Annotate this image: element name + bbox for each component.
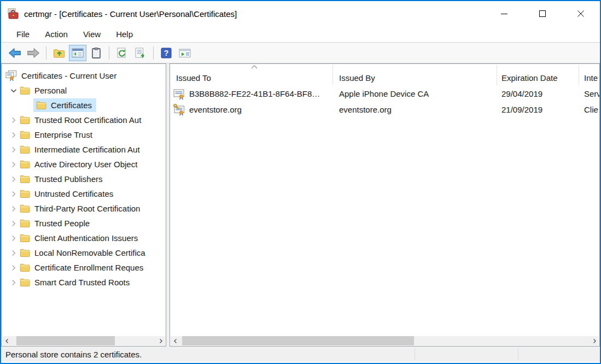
list-horizontal-scrollbar[interactable] — [171, 336, 599, 345]
refresh-icon — [115, 46, 129, 60]
status-text: Personal store contains 2 certificates. — [5, 350, 142, 359]
folder-icon — [19, 247, 31, 259]
chevron-right-icon[interactable] — [8, 262, 19, 273]
tree-item-label: Trusted Root Certification Aut — [34, 115, 141, 125]
show-console-tree-button[interactable] — [69, 45, 86, 61]
scroll-right-icon[interactable] — [156, 336, 165, 345]
help-icon: ? — [160, 46, 173, 60]
chevron-down-icon[interactable] — [8, 85, 19, 96]
up-one-level-button[interactable] — [50, 45, 68, 61]
forward-icon — [26, 46, 40, 60]
tree-item-label: Smart Card Trusted Roots — [34, 278, 130, 287]
tree-item-enterprise-trust[interactable]: Enterprise Trust — [2, 127, 166, 142]
tree-item-label: Personal — [34, 86, 67, 95]
chevron-right-icon[interactable] — [8, 130, 19, 140]
column-separator[interactable] — [579, 65, 579, 85]
toolbar-separator — [46, 46, 46, 60]
column-separator[interactable] — [332, 65, 333, 85]
scrollbar-thumb[interactable] — [182, 336, 414, 345]
tree-item-untrusted-certificates[interactable]: Untrusted Certificates — [2, 186, 166, 201]
tree-item-label: Certificate Enrollment Reques — [34, 263, 143, 272]
folder-icon — [19, 188, 31, 199]
tree-horizontal-scrollbar[interactable] — [2, 336, 165, 345]
chevron-right-icon[interactable] — [8, 115, 19, 126]
intended-purposes-value: Clie — [579, 105, 600, 114]
tree-item-ad-user-object[interactable]: Active Directory User Object — [2, 157, 166, 172]
tree-item-trusted-publishers[interactable]: Trusted Publishers — [2, 172, 166, 186]
help-button[interactable]: ? — [157, 45, 175, 61]
tree-item-smart-card-trusted-roots[interactable]: Smart Card Trusted Roots — [2, 275, 166, 290]
show-action-pane-button[interactable] — [176, 45, 194, 61]
folder-icon — [19, 158, 31, 170]
certificate-row[interactable]: B3B8B882-FE22-41B1-8F64-BF8… Apple iPhon… — [170, 86, 599, 102]
menu-help[interactable]: Help — [109, 27, 139, 41]
minimize-icon — [500, 10, 508, 17]
tree-item-local-nonremovable[interactable]: Local NonRemovable Certifica — [2, 245, 166, 260]
certificate-tree: Certificates - Current User Personal Cer… — [2, 64, 166, 290]
tree-item-trusted-people[interactable]: Trusted People — [2, 216, 166, 231]
tree-item-client-auth-issuers[interactable]: Client Authentication Issuers — [2, 231, 166, 245]
chevron-right-icon[interactable] — [8, 203, 19, 214]
tree-item-third-party-root[interactable]: Third-Party Root Certification — [2, 201, 166, 216]
column-separator[interactable] — [497, 65, 497, 85]
chevron-right-icon[interactable] — [8, 144, 19, 155]
tree-item-label: Third-Party Root Certification — [34, 204, 140, 213]
chevron-right-icon[interactable] — [8, 277, 19, 288]
certificate-icon — [173, 87, 186, 101]
copy-button[interactable] — [87, 45, 105, 61]
svg-text:?: ? — [164, 49, 169, 57]
tree-item-cert-enrollment-requests[interactable]: Certificate Enrollment Reques — [2, 260, 166, 275]
menu-action[interactable]: Action — [38, 27, 74, 41]
tree-item-label: Local NonRemovable Certifica — [34, 248, 145, 257]
folder-icon — [19, 218, 31, 229]
chevron-right-icon[interactable] — [8, 218, 19, 229]
tree-item-certificates[interactable]: Certificates — [2, 98, 166, 113]
chevron-right-icon[interactable] — [8, 233, 19, 244]
tree-item-label: Intermediate Certification Aut — [34, 145, 140, 154]
tree-item-personal[interactable]: Personal — [2, 83, 166, 98]
refresh-button[interactable] — [113, 45, 131, 61]
forward-button[interactable] — [25, 45, 42, 61]
close-button[interactable] — [562, 1, 600, 26]
window-controls — [485, 1, 600, 26]
folder-icon — [19, 262, 31, 273]
certificate-list-pane: Issued To Issued By Expiration Date Inte… — [170, 63, 600, 347]
certmgr-app-icon[interactable] — [7, 7, 20, 20]
tree-item-label: Trusted Publishers — [34, 174, 103, 184]
toolbar-separator — [109, 46, 109, 60]
console-tree-pane: Certificates - Current User Personal Cer… — [1, 63, 166, 347]
chevron-right-icon[interactable] — [8, 174, 19, 185]
chevron-right-icon[interactable] — [8, 159, 19, 170]
expiration-date-value: 29/04/2019 — [497, 89, 579, 98]
tree-item-label: Untrusted Certificates — [34, 189, 113, 198]
folder-icon — [19, 203, 31, 214]
menu-view[interactable]: View — [77, 27, 107, 41]
chevron-right-icon[interactable] — [8, 189, 19, 199]
tree-item-intermediate[interactable]: Intermediate Certification Aut — [2, 142, 166, 157]
tree-item-trusted-root[interactable]: Trusted Root Certification Aut — [2, 113, 166, 127]
main-area: Certificates - Current User Personal Cer… — [1, 63, 600, 347]
column-header-intended-purposes[interactable]: Inte — [579, 73, 600, 83]
scrollbar-thumb[interactable] — [16, 336, 115, 345]
minimize-button[interactable] — [485, 1, 523, 26]
certificate-row[interactable]: eventstore.org eventstore.org 21/09/2019… — [170, 102, 599, 118]
scroll-right-icon[interactable] — [590, 336, 599, 345]
maximize-button[interactable] — [523, 1, 562, 26]
export-list-icon — [134, 46, 147, 60]
expiration-date-value: 21/09/2019 — [497, 105, 579, 114]
title-bar: certmgr - [Certificates - Current User\P… — [1, 1, 600, 26]
column-header-issued-to[interactable]: Issued To — [170, 73, 332, 83]
back-button[interactable] — [6, 45, 24, 61]
export-list-button[interactable] — [132, 45, 149, 61]
chevron-right-icon[interactable] — [8, 248, 19, 259]
status-divider — [415, 348, 415, 360]
tree-item-root[interactable]: Certificates - Current User — [2, 68, 166, 83]
folder-icon — [19, 144, 31, 155]
tree-item-label: Certificates — [51, 101, 92, 110]
scroll-left-icon[interactable] — [171, 336, 180, 345]
scroll-left-icon[interactable] — [2, 336, 11, 345]
column-header-issued-by[interactable]: Issued By — [332, 73, 497, 83]
certmgr-window: certmgr - [Certificates - Current User\P… — [0, 0, 601, 364]
column-header-expiration-date[interactable]: Expiration Date — [497, 73, 579, 83]
menu-file[interactable]: File — [10, 27, 36, 41]
